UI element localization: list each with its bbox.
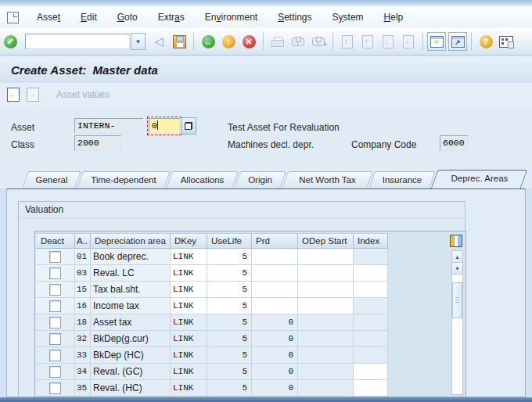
dkey-cell[interactable]: LINK bbox=[171, 314, 207, 331]
customize-layout-button[interactable] bbox=[497, 32, 516, 51]
index-cell[interactable] bbox=[354, 282, 388, 298]
deact-checkbox[interactable] bbox=[49, 251, 61, 263]
command-field[interactable] bbox=[25, 34, 130, 49]
help-button[interactable]: ? bbox=[476, 32, 495, 51]
uselife-cell[interactable]: 5 bbox=[207, 298, 252, 314]
column-header-dkey[interactable]: DKey bbox=[171, 233, 207, 249]
dkey-cell[interactable]: LINK bbox=[171, 249, 207, 265]
command-dropdown-icon[interactable]: ▼ bbox=[131, 33, 146, 50]
table-settings-icon[interactable] bbox=[450, 235, 462, 247]
menu-environment[interactable]: Environment bbox=[195, 9, 268, 25]
menu-goto[interactable]: Goto bbox=[107, 9, 148, 25]
dkey-cell[interactable]: LINK bbox=[171, 298, 207, 314]
index-cell[interactable] bbox=[354, 249, 388, 265]
menu-help[interactable]: Help bbox=[374, 9, 414, 25]
menu-edit[interactable]: Edit bbox=[70, 9, 107, 25]
odep-start-cell[interactable] bbox=[298, 331, 354, 347]
last-page-button[interactable]: ↓ bbox=[399, 32, 418, 51]
menu-asset[interactable]: Asset bbox=[27, 9, 70, 25]
deact-checkbox[interactable] bbox=[49, 300, 61, 312]
odep-start-cell[interactable] bbox=[298, 298, 354, 314]
class-field[interactable]: 2000 bbox=[74, 135, 121, 151]
asset-field[interactable]: INTERN-00001 bbox=[74, 118, 143, 134]
tab-net-worth-tax[interactable]: Net Worth Tax bbox=[282, 171, 373, 188]
save-button[interactable] bbox=[170, 32, 189, 51]
uselife-cell[interactable]: 5 bbox=[207, 331, 252, 347]
deact-checkbox[interactable] bbox=[49, 317, 61, 328]
first-page-button[interactable]: ↑ bbox=[338, 32, 357, 51]
deact-checkbox[interactable] bbox=[49, 267, 61, 279]
uselife-cell[interactable]: 5 bbox=[207, 265, 252, 282]
column-header-deact[interactable]: Deact bbox=[36, 233, 75, 249]
prd-cell[interactable]: 0 bbox=[252, 347, 298, 364]
dkey-cell[interactable]: LINK bbox=[171, 347, 207, 364]
uselife-cell[interactable]: 5 bbox=[207, 282, 252, 298]
find-next-button[interactable]: + bbox=[309, 32, 328, 51]
deact-checkbox[interactable] bbox=[49, 284, 61, 296]
next-asset-doc-icon[interactable]: → bbox=[27, 88, 39, 102]
column-header-odep-start[interactable]: ODep Start bbox=[298, 233, 354, 249]
deact-checkbox[interactable] bbox=[49, 333, 61, 345]
prd-cell[interactable]: 0 bbox=[252, 314, 298, 331]
create-shortcut-button[interactable]: ↗ bbox=[448, 32, 467, 51]
dkey-cell[interactable]: LINK bbox=[171, 364, 207, 380]
column-header-prd[interactable]: Prd bbox=[252, 233, 298, 249]
prd-cell[interactable] bbox=[252, 298, 298, 314]
prd-cell[interactable]: 0 bbox=[252, 364, 298, 380]
previous-asset-doc-icon[interactable]: ← bbox=[7, 88, 20, 102]
odep-start-cell[interactable] bbox=[298, 314, 354, 331]
menu-system[interactable]: System bbox=[322, 9, 374, 25]
index-cell[interactable] bbox=[354, 314, 388, 331]
column-header-index[interactable]: Index bbox=[354, 233, 388, 249]
tab-allocations[interactable]: Allocations bbox=[166, 171, 239, 188]
previous-page-button[interactable]: ↑ bbox=[358, 32, 377, 51]
column-header-depreciation-area[interactable]: Depreciation area bbox=[91, 233, 171, 249]
enter-button[interactable]: ✔ bbox=[1, 32, 20, 51]
deact-checkbox[interactable] bbox=[49, 350, 61, 361]
dkey-cell[interactable]: LINK bbox=[171, 282, 207, 298]
odep-start-cell[interactable] bbox=[298, 265, 354, 282]
column-header-uselife[interactable]: UseLife bbox=[207, 233, 252, 249]
uselife-cell[interactable]: 5 bbox=[207, 347, 252, 364]
multiple-values-button[interactable] bbox=[181, 117, 196, 135]
menu-extras[interactable]: Extras bbox=[148, 9, 195, 25]
index-cell[interactable] bbox=[354, 298, 388, 314]
next-page-button[interactable]: ↓ bbox=[379, 32, 397, 51]
prd-cell[interactable]: 0 bbox=[252, 380, 298, 397]
uselife-cell[interactable]: 5 bbox=[207, 249, 252, 265]
uselife-cell[interactable]: 5 bbox=[207, 364, 252, 380]
index-cell[interactable] bbox=[354, 364, 388, 380]
prd-cell[interactable] bbox=[252, 265, 298, 282]
company-code-field[interactable]: 6000 bbox=[440, 135, 468, 151]
uselife-cell[interactable]: 5 bbox=[207, 314, 252, 331]
prd-cell[interactable] bbox=[252, 249, 298, 265]
find-button[interactable] bbox=[289, 32, 307, 51]
scrollbar-thumb[interactable] bbox=[452, 282, 462, 318]
column-header-area[interactable]: A.. bbox=[75, 233, 91, 249]
odep-start-cell[interactable] bbox=[298, 249, 354, 265]
odep-start-cell[interactable] bbox=[298, 282, 354, 298]
scroll-up-button[interactable]: ▲ bbox=[452, 251, 462, 263]
tab-general[interactable]: General bbox=[22, 171, 81, 188]
odep-start-cell[interactable] bbox=[298, 347, 354, 364]
asset-subnumber-field[interactable]: 0 bbox=[149, 118, 180, 134]
exit-button[interactable]: ↑ bbox=[219, 32, 238, 51]
tab-insurance[interactable]: Insurance bbox=[368, 171, 436, 188]
index-cell[interactable] bbox=[354, 331, 388, 347]
back-triangle-button[interactable]: ◁ bbox=[149, 32, 168, 51]
vertical-scrollbar[interactable]: ▲ ▼ bbox=[451, 250, 463, 395]
dkey-cell[interactable]: LINK bbox=[171, 265, 207, 282]
tab-deprec-areas[interactable]: Deprec. Areas bbox=[431, 170, 528, 188]
deact-checkbox[interactable] bbox=[49, 366, 61, 378]
index-cell[interactable] bbox=[354, 347, 388, 364]
dkey-cell[interactable]: LINK bbox=[171, 331, 207, 347]
dkey-cell[interactable]: LINK bbox=[171, 380, 207, 397]
odep-start-cell[interactable] bbox=[298, 364, 354, 380]
print-button[interactable] bbox=[268, 32, 287, 51]
back-button[interactable]: ← bbox=[199, 32, 217, 51]
odep-start-cell[interactable] bbox=[298, 380, 354, 397]
sap-screen-icon[interactable] bbox=[7, 12, 19, 23]
new-session-button[interactable]: ✳ bbox=[427, 32, 446, 51]
uselife-cell[interactable]: 5 bbox=[207, 380, 252, 397]
tab-origin[interactable]: Origin bbox=[234, 171, 286, 188]
